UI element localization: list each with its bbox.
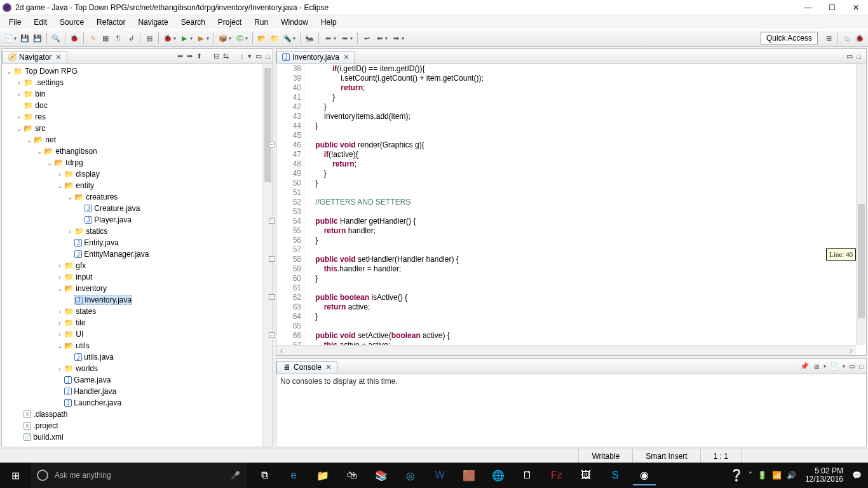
- tray-up-icon[interactable]: ˄: [749, 471, 752, 480]
- app-icon[interactable]: ◎: [399, 465, 422, 485]
- open-perspective-icon[interactable]: ⊞: [823, 32, 834, 44]
- dropdown-icon[interactable]: ▾: [207, 36, 209, 41]
- edge-icon[interactable]: e: [282, 465, 305, 485]
- tree-node[interactable]: ⌄📂 inventory: [2, 283, 273, 294]
- tree-scrollbar[interactable]: [262, 64, 273, 447]
- battery-icon[interactable]: 🔋: [757, 471, 767, 480]
- display-console-icon[interactable]: 🖥: [813, 363, 820, 370]
- notepad-icon[interactable]: 🗒: [516, 465, 539, 485]
- prev-annotation-icon[interactable]: ⬅: [322, 32, 334, 44]
- menu-file[interactable]: File: [4, 17, 26, 28]
- editor-scrollbar-horizontal[interactable]: ‹ ›: [276, 345, 856, 355]
- dropdown-icon[interactable]: ▾: [229, 36, 231, 41]
- filter-icon[interactable]: ⫶: [240, 53, 244, 60]
- tree-node[interactable]: ›📁 gfx: [2, 260, 273, 271]
- dropdown-icon[interactable]: ▾: [14, 36, 17, 41]
- save-button-icon[interactable]: 💾: [19, 32, 31, 44]
- toggle-mark-icon[interactable]: ✎: [87, 32, 98, 44]
- menu-source[interactable]: Source: [55, 17, 89, 28]
- word-wrap-icon[interactable]: ↲: [125, 32, 137, 44]
- maximize-icon[interactable]: □: [859, 363, 864, 370]
- minimize-icon[interactable]: ▭: [849, 362, 855, 370]
- minimize-button[interactable]: —: [803, 3, 812, 12]
- debug-perspective-icon[interactable]: 🐞: [69, 32, 80, 44]
- tree-node[interactable]: ›📁 UI: [2, 329, 273, 340]
- menu-refactor[interactable]: Refactor: [92, 17, 130, 28]
- dropdown-icon[interactable]: ▾: [245, 36, 248, 41]
- tree-node[interactable]: ›📁 .settings: [2, 77, 273, 88]
- cortana-search[interactable]: Ask me anything 🎤: [31, 463, 247, 488]
- menu-edit[interactable]: Edit: [29, 17, 52, 28]
- toggle-breadcrumb-icon[interactable]: ▤: [144, 32, 155, 44]
- tree-node[interactable]: 📄 build.xml: [2, 431, 273, 443]
- tree-node[interactable]: ⌄📂 tdrpg: [2, 157, 273, 168]
- tree-node[interactable]: ›📁 statics: [2, 226, 273, 237]
- tree-node[interactable]: J Player.java: [2, 214, 273, 226]
- console-tab[interactable]: 🖥 Console ✕: [276, 361, 337, 373]
- quick-access[interactable]: Quick Access: [761, 32, 818, 44]
- menu-window[interactable]: Window: [276, 17, 313, 28]
- java-perspective-icon[interactable]: ♨: [841, 32, 853, 44]
- tree-node[interactable]: ›📁 res: [2, 111, 273, 123]
- pin-console-icon[interactable]: 📌: [800, 362, 809, 370]
- new-button-icon[interactable]: 📄: [3, 32, 14, 44]
- scroll-left-icon[interactable]: ‹: [276, 346, 287, 355]
- editor-tab[interactable]: J Inventory.java ✕: [276, 51, 355, 63]
- minecraft-icon[interactable]: 🟫: [458, 465, 480, 485]
- tree-node[interactable]: J Game.java: [2, 374, 273, 386]
- tree-node[interactable]: ⌄📂 net: [2, 134, 273, 146]
- run-button-icon[interactable]: ▶: [179, 32, 190, 44]
- dropdown-icon[interactable]: ▾: [402, 36, 404, 41]
- filezilla-icon[interactable]: Fz: [545, 465, 568, 485]
- tree-node[interactable]: ⌄📂 src: [2, 123, 273, 134]
- notifications-icon[interactable]: 💬: [852, 471, 862, 480]
- editor-scrollbar-vertical[interactable]: [856, 64, 866, 345]
- close-button[interactable]: ✕: [851, 3, 860, 12]
- tree-node[interactable]: ›📁 tile: [2, 317, 273, 329]
- block-select-icon[interactable]: ▦: [100, 32, 111, 44]
- last-edit-icon[interactable]: ↩: [361, 32, 372, 44]
- open-file-icon[interactable]: 📁: [269, 32, 280, 44]
- editor-code[interactable]: if(i.getID() == item.getID()){ i.setCoun…: [304, 64, 866, 355]
- menu-run[interactable]: Run: [249, 17, 273, 28]
- image-viewer-icon[interactable]: 🖼: [574, 465, 597, 485]
- eclipse-taskbar-icon[interactable]: ◉: [633, 465, 656, 485]
- new-class-icon[interactable]: Ⓒ: [234, 32, 245, 44]
- next-annotation-icon[interactable]: ➡: [339, 32, 350, 44]
- tree-node-selected[interactable]: J Inventory.java: [2, 294, 273, 306]
- tree-node[interactable]: ›📁 bin: [2, 88, 273, 100]
- back-icon[interactable]: ⬅: [374, 32, 385, 44]
- close-icon[interactable]: ✕: [325, 363, 332, 372]
- mic-icon[interactable]: 🎤: [231, 471, 240, 480]
- tree-node[interactable]: J utils.java: [2, 351, 273, 363]
- minimize-icon[interactable]: ▭: [846, 52, 853, 60]
- dropdown-icon[interactable]: ▾: [350, 36, 353, 41]
- store-icon[interactable]: 🛍: [341, 465, 363, 485]
- tree-node[interactable]: ⌄📂 utils: [2, 340, 273, 351]
- debug-perspective-icon[interactable]: 🐞: [854, 32, 865, 44]
- tree-node[interactable]: J EntityManager.java: [2, 248, 273, 260]
- menu-navigate[interactable]: Navigate: [133, 17, 173, 28]
- save-all-icon[interactable]: 💾: [32, 32, 43, 44]
- word-icon[interactable]: W: [428, 465, 451, 485]
- run-last-icon[interactable]: ▶: [195, 32, 207, 44]
- volume-icon[interactable]: 🔊: [787, 471, 796, 480]
- up-icon[interactable]: ⬆: [196, 52, 202, 60]
- tree-node-project[interactable]: ⌄📁 Top Down RPG: [2, 65, 273, 77]
- tree-node[interactable]: ›📁 display: [2, 168, 273, 180]
- tree-node[interactable]: J Launcher.java: [2, 397, 273, 409]
- maximize-icon[interactable]: □: [857, 53, 861, 60]
- scroll-right-icon[interactable]: ›: [846, 346, 856, 355]
- forward-icon[interactable]: ➡: [390, 32, 402, 44]
- chrome-icon[interactable]: 🌐: [487, 465, 510, 485]
- tree-node[interactable]: ›📁 worlds: [2, 363, 273, 374]
- open-console-icon[interactable]: 📄: [830, 362, 839, 370]
- back-icon[interactable]: ⬅: [177, 52, 183, 60]
- maximize-button[interactable]: ☐: [827, 3, 836, 12]
- collapse-all-icon[interactable]: ⊟: [214, 52, 219, 60]
- view-menu-icon[interactable]: ▾: [248, 52, 252, 60]
- dropdown-icon[interactable]: ▾: [385, 36, 388, 41]
- tree-node[interactable]: ›📁 states: [2, 306, 273, 317]
- tree-node[interactable]: 📁 doc: [2, 100, 273, 111]
- file-explorer-icon[interactable]: 📁: [311, 465, 334, 485]
